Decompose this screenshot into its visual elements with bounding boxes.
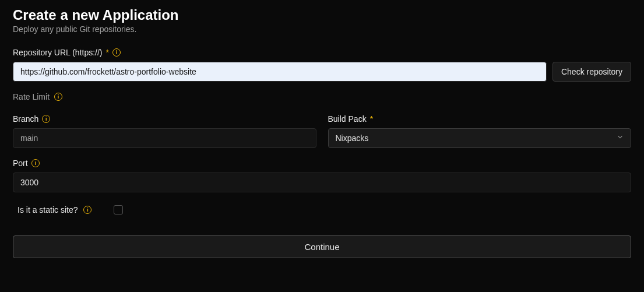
required-asterisk: *	[106, 48, 109, 57]
page-subtitle: Deploy any public Git repositories.	[13, 24, 631, 34]
repo-url-label: Repository URL (https://)	[13, 48, 103, 57]
branch-label: Branch	[13, 114, 38, 124]
static-site-row: Is it a static site? i	[13, 205, 631, 214]
build-pack-select[interactable]: Nixpacks	[328, 128, 632, 148]
port-section: Port i	[13, 159, 631, 192]
port-label: Port	[13, 159, 28, 168]
page-title: Create a new Application	[13, 7, 631, 23]
build-pack-column: Build Pack * Nixpacks	[328, 114, 632, 148]
info-icon[interactable]: i	[83, 206, 92, 214]
rate-limit-label: Rate Limit	[13, 92, 50, 101]
info-icon[interactable]: i	[31, 159, 40, 167]
rate-limit-row: Rate Limit i	[13, 92, 631, 101]
info-icon[interactable]: i	[42, 115, 50, 123]
static-site-label: Is it a static site?	[17, 205, 78, 214]
build-pack-label: Build Pack	[328, 114, 367, 124]
repo-url-input[interactable]	[13, 62, 547, 82]
branch-column: Branch i	[13, 114, 316, 148]
info-icon[interactable]: i	[54, 93, 62, 101]
branch-input[interactable]	[13, 128, 316, 148]
required-asterisk: *	[370, 114, 373, 124]
port-input[interactable]	[13, 173, 631, 192]
repo-url-label-row: Repository URL (https://) * i	[13, 48, 631, 57]
continue-button[interactable]: Continue	[13, 235, 631, 258]
info-icon[interactable]: i	[112, 48, 121, 57]
check-repository-button[interactable]: Check repository	[552, 62, 631, 82]
static-site-checkbox[interactable]	[114, 205, 123, 214]
repo-url-row: Check repository	[13, 62, 631, 82]
